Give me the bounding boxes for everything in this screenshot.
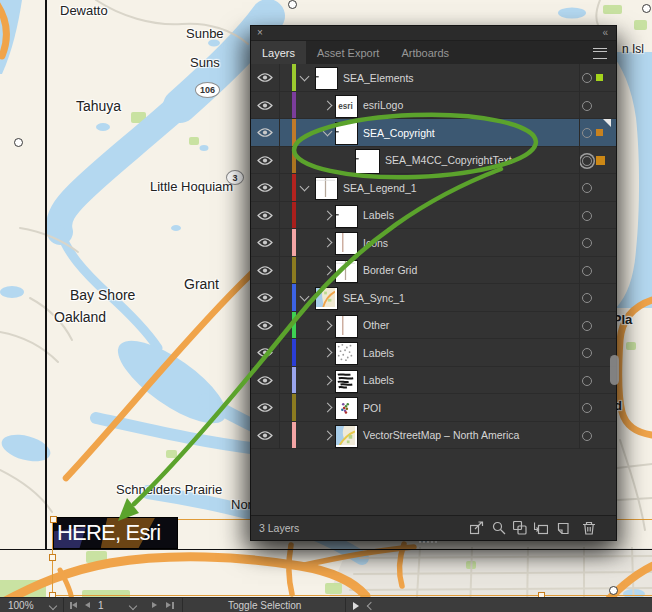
tab-asset-export[interactable]: Asset Export [306, 41, 390, 64]
copyright-text-object[interactable]: HERE, Esri [53, 517, 178, 549]
layer-name[interactable]: SEA_Elements [343, 72, 414, 84]
target-circle-icon[interactable] [582, 376, 592, 386]
layer-row-sea-legend-1[interactable]: SEA_Legend_1 [251, 174, 616, 202]
close-icon[interactable]: × [257, 26, 263, 40]
expand-chevron-icon[interactable] [323, 430, 333, 440]
panel-scrollbar[interactable] [610, 355, 619, 385]
target-circle-icon[interactable] [582, 348, 592, 358]
visibility-eye-icon[interactable] [257, 100, 274, 111]
layer-name[interactable]: POI [363, 402, 381, 414]
expand-chevron-icon[interactable] [323, 375, 333, 385]
layer-row-labels[interactable]: Labels [251, 367, 616, 395]
layer-name[interactable]: Labels [363, 209, 394, 221]
layer-name[interactable]: esriLogo [363, 99, 403, 111]
expand-chevron-icon[interactable] [323, 127, 333, 137]
panel-resize-handle[interactable] [419, 541, 421, 543]
play-arrow-icon[interactable] [353, 602, 359, 610]
visibility-eye-icon[interactable] [257, 402, 274, 413]
last-artboard-icon[interactable] [172, 602, 174, 609]
layer-name[interactable]: VectorStreetMap – North America [363, 429, 519, 441]
expand-chevron-icon[interactable] [323, 210, 333, 220]
visibility-eye-icon[interactable] [257, 430, 274, 441]
visibility-eye-icon[interactable] [257, 72, 274, 83]
target-circle-icon[interactable] [582, 431, 592, 441]
new-layer-icon[interactable] [556, 521, 571, 536]
layer-name[interactable]: SEA_Copyright [363, 127, 435, 139]
last-artboard-icon[interactable] [166, 602, 171, 608]
layer-name[interactable]: Border Grid [363, 264, 417, 276]
artboard-number[interactable]: 1 [98, 598, 104, 612]
target-circle-icon[interactable] [582, 156, 592, 166]
layer-thumbnail[interactable] [335, 232, 358, 255]
visibility-eye-icon[interactable] [257, 292, 274, 303]
expand-chevron-icon[interactable] [323, 348, 333, 358]
visibility-eye-icon[interactable] [257, 210, 274, 221]
status-readout[interactable]: Toggle Selection [228, 598, 301, 612]
panel-menu-icon[interactable] [593, 48, 607, 59]
layer-row-icons[interactable]: Icons [251, 229, 616, 257]
target-circle-icon[interactable] [582, 128, 592, 138]
trash-icon[interactable] [582, 521, 597, 536]
target-circle-icon[interactable] [582, 238, 592, 248]
layer-row-other[interactable]: Other [251, 312, 616, 340]
layer-name[interactable]: Icons [363, 237, 388, 249]
layer-row-sea-m4cc-copyrighttext[interactable]: SEA_M4CC_CopyrightText [251, 147, 616, 175]
export-icon[interactable] [470, 521, 485, 536]
target-circle-icon[interactable] [582, 211, 592, 221]
zoom-dropdown-chevron-icon[interactable] [49, 602, 57, 610]
clipping-mask-icon[interactable] [513, 521, 528, 536]
layer-thumbnail[interactable] [335, 260, 358, 283]
expand-chevron-icon[interactable] [300, 182, 310, 192]
expand-chevron-icon[interactable] [323, 100, 333, 110]
expand-chevron-icon[interactable] [300, 72, 310, 82]
layer-name[interactable]: SEA_Sync_1 [343, 292, 405, 304]
target-circle-icon[interactable] [582, 403, 592, 413]
layer-name[interactable]: SEA_M4CC_CopyrightText [385, 154, 512, 166]
target-circle-icon[interactable] [582, 266, 592, 276]
visibility-eye-icon[interactable] [257, 155, 274, 166]
layer-thumbnail[interactable] [335, 205, 358, 228]
tab-artboards[interactable]: Artboards [390, 41, 460, 64]
target-circle-icon[interactable] [582, 293, 592, 303]
layer-thumbnail[interactable] [335, 397, 358, 420]
collapse-panel-icon[interactable]: « [602, 26, 608, 39]
tab-layers[interactable]: Layers [251, 41, 306, 64]
layer-name[interactable]: Labels [363, 374, 394, 386]
back-chevron-icon[interactable] [367, 602, 375, 610]
expand-chevron-icon[interactable] [323, 320, 333, 330]
layer-name[interactable]: Other [363, 319, 389, 331]
layer-row-labels[interactable]: Labels [251, 339, 616, 367]
selection-anchor[interactable] [50, 516, 57, 523]
layer-row-labels[interactable]: Labels [251, 202, 616, 230]
expand-chevron-icon[interactable] [323, 265, 333, 275]
layer-thumbnail[interactable] [315, 177, 338, 200]
layer-thumbnail[interactable] [355, 149, 380, 174]
layer-row-sea-elements[interactable]: SEA_Elements [251, 64, 616, 92]
target-circle-icon[interactable] [582, 321, 592, 331]
expand-chevron-icon[interactable] [300, 292, 310, 302]
layer-row-vectorstreetmap-north-america[interactable]: VectorStreetMap – North America [251, 422, 616, 450]
zoom-level[interactable]: 100% [8, 598, 34, 612]
prev-artboard-icon[interactable] [85, 602, 90, 608]
expand-chevron-icon[interactable] [323, 238, 333, 248]
layer-row-poi[interactable]: POI [251, 394, 616, 422]
layer-thumbnail[interactable] [335, 122, 358, 145]
layer-row-border-grid[interactable]: Border Grid [251, 257, 616, 285]
layer-row-sea-sync-1[interactable]: SEA_Sync_1 [251, 284, 616, 312]
layer-thumbnail[interactable] [335, 425, 358, 448]
layer-row-sea-copyright[interactable]: SEA_Copyright [251, 119, 616, 147]
visibility-eye-icon[interactable] [257, 375, 274, 386]
layer-thumbnail[interactable]: esri [335, 95, 358, 118]
layer-thumbnail[interactable] [335, 342, 358, 365]
visibility-eye-icon[interactable] [257, 182, 274, 193]
layer-thumbnail[interactable] [335, 315, 358, 338]
layer-row-esrilogo[interactable]: esriesriLogo [251, 92, 616, 120]
layer-thumbnail[interactable] [335, 370, 358, 393]
target-circle-icon[interactable] [582, 183, 592, 193]
artboard-dropdown-chevron-icon[interactable] [129, 602, 137, 610]
visibility-eye-icon[interactable] [257, 237, 274, 248]
expand-chevron-icon[interactable] [323, 403, 333, 413]
layer-name[interactable]: SEA_Legend_1 [343, 182, 417, 194]
next-artboard-icon[interactable] [152, 602, 157, 608]
layer-thumbnail[interactable] [315, 287, 338, 310]
